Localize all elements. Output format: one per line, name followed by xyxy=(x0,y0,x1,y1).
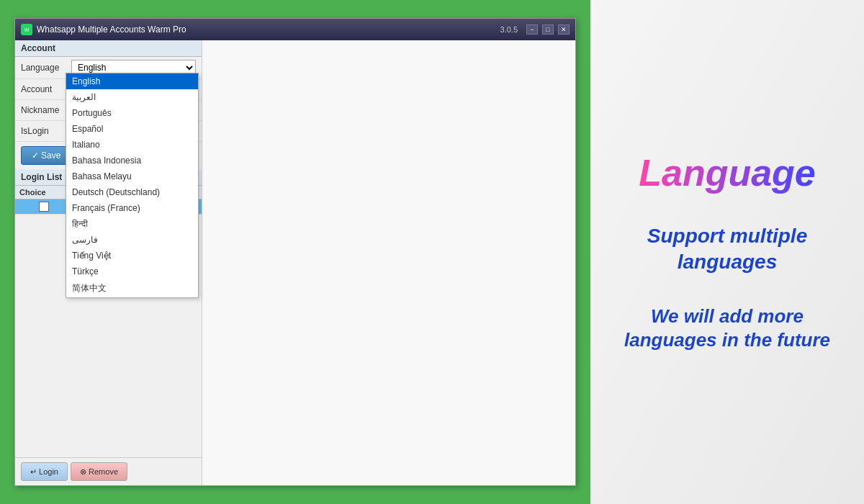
dropdown-item-portuguese[interactable]: Português xyxy=(66,105,198,121)
app-window: W Whatsapp Multiple Accounts Warm Pro 3.… xyxy=(14,18,576,486)
language-label: Language xyxy=(21,63,71,73)
login-button[interactable]: ↵ Login xyxy=(21,462,68,481)
dropdown-item-bahasa-indonesia[interactable]: Bahasa Indonesia xyxy=(66,153,198,168)
maximize-button[interactable]: □ xyxy=(542,24,554,35)
right-title: Language xyxy=(639,151,816,194)
sidebar: Account Language English English العربية… xyxy=(15,40,202,485)
minimize-button[interactable]: − xyxy=(526,24,538,35)
bottom-buttons: ↵ Login ⊗ Remove xyxy=(15,457,202,485)
window-title: Whatsapp Multiple Accounts Warm Pro xyxy=(37,24,500,35)
save-button[interactable]: ✓ Save xyxy=(21,146,71,165)
dropdown-item-english[interactable]: English xyxy=(66,73,198,89)
remove-button[interactable]: ⊗ Remove xyxy=(71,462,127,481)
islogin-label: IsLogin xyxy=(21,126,71,136)
language-dropdown: English العربية Português Español Italia… xyxy=(66,73,199,298)
window-version: 3.0.5 xyxy=(500,25,518,34)
dropdown-item-italian[interactable]: Italiano xyxy=(66,137,198,153)
dropdown-item-french[interactable]: Français (France) xyxy=(66,200,198,216)
title-bar: W Whatsapp Multiple Accounts Warm Pro 3.… xyxy=(15,19,575,40)
dropdown-item-farsi[interactable]: فارسی xyxy=(66,232,198,248)
account-section-header: Account xyxy=(15,40,202,57)
dropdown-item-turkish[interactable]: Türkçe xyxy=(66,264,198,279)
app-content: Account Language English English العربية… xyxy=(15,40,575,485)
dropdown-item-arabic[interactable]: العربية xyxy=(66,89,198,105)
app-icon: W xyxy=(21,24,32,35)
right-subtitle: Support multiple languages xyxy=(612,223,842,276)
language-row: Language English English العربية Portugu… xyxy=(15,57,202,79)
svg-text:W: W xyxy=(24,27,30,32)
row-checkbox[interactable] xyxy=(39,202,49,212)
right-panel: Language Support multiple languages We w… xyxy=(590,0,864,504)
dropdown-item-chinese[interactable]: 简体中文 xyxy=(66,279,198,297)
choice-cell xyxy=(15,199,73,214)
dropdown-item-bahasa-melayu[interactable]: Bahasa Melayu xyxy=(66,168,198,184)
window-controls: − □ ✕ xyxy=(526,24,570,35)
dropdown-item-hindi[interactable]: हिन्दी xyxy=(66,216,198,232)
dropdown-item-german[interactable]: Deutsch (Deutschland) xyxy=(66,184,198,200)
account-label: Account xyxy=(21,84,71,94)
choice-column-header: Choice xyxy=(15,186,73,199)
close-button[interactable]: ✕ xyxy=(558,24,570,35)
left-panel: W Whatsapp Multiple Accounts Warm Pro 3.… xyxy=(0,0,590,504)
nickname-label: Nickname xyxy=(21,105,71,115)
right-body: We will add more languages in the future xyxy=(612,305,842,354)
main-area xyxy=(202,40,575,485)
dropdown-item-spanish[interactable]: Español xyxy=(66,121,198,137)
dropdown-item-vietnamese[interactable]: Tiếng Việt xyxy=(66,248,198,264)
